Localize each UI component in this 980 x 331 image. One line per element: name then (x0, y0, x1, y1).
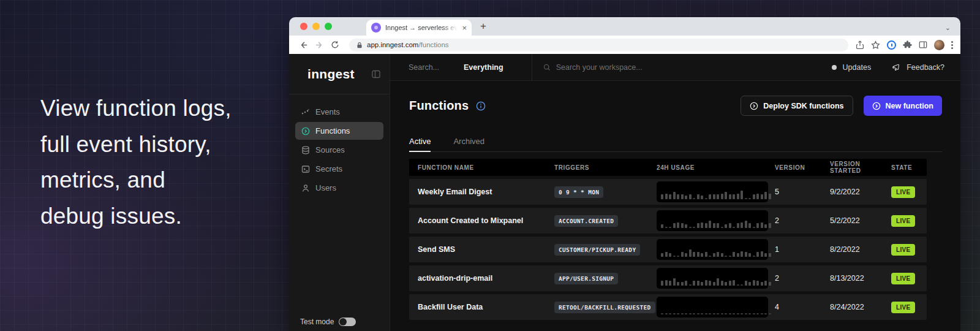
tab-active[interactable]: Active (409, 137, 431, 151)
browser-tab-strip: Inngest → serverless event-dri × + ⌄ (289, 17, 960, 36)
inngest-app: inngest Events Functions (289, 54, 960, 331)
version-started-value: 8/2/2022 (830, 245, 891, 254)
new-function-button[interactable]: New function (864, 96, 942, 116)
version-value: 5 (775, 188, 830, 196)
live-status-badge: LIVE (891, 302, 915, 313)
sidebar-item-label: Functions (315, 126, 350, 135)
side-panel-icon[interactable] (919, 40, 927, 49)
back-button[interactable] (296, 40, 310, 50)
col-usage: 24H USAGE (657, 164, 775, 171)
tab-archived[interactable]: Archived (453, 137, 484, 151)
test-mode-toggle[interactable] (339, 318, 356, 326)
usage-sparkline (657, 239, 768, 260)
page-title: Functions (409, 99, 469, 113)
extensions-puzzle-icon[interactable] (903, 40, 912, 50)
version-started-value: 9/2/2022 (830, 188, 891, 196)
col-function-name: FUNCTION NAME (409, 164, 554, 171)
sidebar-item-label: Sources (315, 145, 345, 154)
functions-page: Functions Deploy SDK functions (390, 81, 960, 331)
search-icon (543, 64, 551, 71)
browser-tab[interactable]: Inngest → serverless event-dri × (366, 20, 472, 36)
forward-button[interactable] (312, 40, 326, 50)
main-area: Search... Everything Search your workspa… (390, 54, 960, 331)
tab-search-chevron-icon[interactable]: ⌄ (945, 24, 951, 32)
function-name: activation-drip-email (409, 274, 554, 283)
table-row[interactable]: Account Created to Mixpanel ACCOUNT.CREA… (409, 208, 927, 234)
secrets-icon (301, 165, 310, 173)
sidebar-item-label: Events (315, 107, 340, 116)
function-name: Account Created to Mixpanel (409, 216, 554, 225)
usage-sparkline (657, 181, 768, 202)
table-row[interactable]: activation-drip-email APP/USER.SIGNUP 2 … (409, 265, 927, 291)
browser-menu-icon[interactable] (951, 41, 953, 49)
hero-line-4: debug issues. (40, 199, 232, 235)
reload-button[interactable] (328, 40, 342, 49)
window-controls (289, 17, 341, 36)
sources-icon (301, 146, 310, 154)
trigger-badge: CUSTOMER/PICKUP.READY (554, 244, 640, 256)
url-text: app.inngest.com/functions (367, 41, 449, 48)
live-status-badge: LIVE (891, 186, 915, 198)
search-scope-everything[interactable]: Everything (464, 63, 503, 72)
col-version: VERSION (775, 164, 830, 171)
deploy-icon (750, 102, 758, 110)
sidebar-menu: Events Functions Sources (289, 94, 390, 205)
users-icon (301, 184, 310, 192)
topbar-divider (532, 54, 532, 81)
sidebar-item-events[interactable]: Events (295, 103, 383, 121)
updates-link[interactable]: Updates (843, 63, 872, 72)
sidebar-collapse-icon[interactable] (371, 69, 381, 79)
trigger-badge: APP/USER.SIGNUP (554, 273, 618, 284)
maximize-window-button[interactable] (325, 23, 332, 30)
new-tab-button[interactable]: + (480, 20, 486, 32)
sidebar-header: inngest (289, 54, 390, 94)
function-name: Backfill User Data (409, 303, 554, 311)
table-row[interactable]: Backfill User Data RETOOL/BACKFILL.REQUE… (409, 294, 927, 320)
trigger-badge: ACCOUNT.CREATED (554, 215, 618, 227)
bookmark-star-icon[interactable] (871, 40, 880, 50)
minimize-window-button[interactable] (312, 23, 320, 30)
live-status-badge: LIVE (891, 244, 915, 256)
usage-sparkline (657, 268, 768, 289)
version-value: 2 (775, 216, 830, 225)
tab-title: Inngest → serverless event-dri (385, 24, 458, 31)
functions-icon (301, 127, 310, 135)
profile-avatar[interactable] (934, 40, 944, 50)
search-label[interactable]: Search... (409, 63, 439, 72)
share-icon[interactable] (856, 40, 864, 50)
trigger-badge: 0 9 * * MON (554, 186, 603, 198)
header-actions: Deploy SDK functions New function (741, 96, 942, 116)
sidebar-item-sources[interactable]: Sources (295, 141, 383, 159)
toolbar-actions (856, 40, 954, 50)
info-icon[interactable] (476, 101, 486, 111)
events-icon (301, 108, 310, 116)
sidebar-item-label: Users (315, 183, 336, 192)
workspace-search-input[interactable]: Search your workspace... (543, 63, 643, 72)
new-function-button-label: New function (886, 102, 933, 110)
sidebar: inngest Events Functions (289, 54, 390, 331)
table-row[interactable]: Weekly Email Digest 0 9 * * MON 5 9/2/20… (409, 179, 927, 205)
sidebar-item-users[interactable]: Users (295, 179, 383, 197)
hero-line-1: View function logs, (40, 91, 232, 127)
megaphone-icon (892, 63, 901, 72)
sidebar-item-functions[interactable]: Functions (295, 122, 383, 140)
hero-line-2: full event history, (40, 127, 232, 163)
lock-icon (356, 42, 363, 48)
feedback-link[interactable]: Feedback? (892, 63, 944, 72)
version-started-value: 5/2/2022 (830, 216, 891, 225)
function-name: Weekly Email Digest (409, 188, 554, 196)
feedback-label: Feedback? (907, 63, 944, 72)
live-status-badge: LIVE (891, 215, 915, 227)
sidebar-item-secrets[interactable]: Secrets (295, 160, 383, 178)
tab-close-icon[interactable]: × (462, 24, 467, 32)
close-window-button[interactable] (300, 23, 307, 30)
address-bar[interactable]: app.inngest.com/functions (349, 39, 848, 51)
page-header: Functions Deploy SDK functions (409, 96, 942, 116)
col-version-started: VERSION STARTED (830, 161, 891, 174)
table-row[interactable]: Send SMS CUSTOMER/PICKUP.READY 1 8/2/202… (409, 237, 927, 262)
version-started-value: 8/13/2022 (830, 274, 891, 283)
deploy-sdk-functions-button[interactable]: Deploy SDK functions (741, 96, 853, 116)
test-mode-label: Test mode (300, 318, 334, 326)
usage-sparkline (657, 210, 768, 231)
password-manager-extension-icon[interactable] (887, 40, 896, 50)
